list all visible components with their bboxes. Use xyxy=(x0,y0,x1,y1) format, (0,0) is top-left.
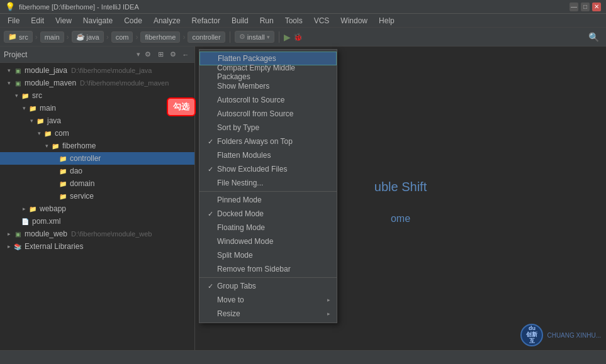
ctx-resize[interactable]: Resize ▸ xyxy=(199,307,337,321)
tree-arrow-main: ▾ xyxy=(20,105,28,111)
tree-item-pom[interactable]: 📄 pom.xml xyxy=(0,215,194,228)
content-text-1: uble Shift xyxy=(374,180,427,194)
menu-item-edit[interactable]: Edit xyxy=(26,15,49,26)
title-bar-controls: — □ ✕ xyxy=(570,3,601,11)
close-button[interactable]: ✕ xyxy=(592,3,601,11)
toolbar-separator-2 xyxy=(279,31,279,43)
ctx-split-mode[interactable]: Split Mode xyxy=(199,248,337,262)
panel-gear-icon[interactable]: ⚙ xyxy=(168,50,178,60)
toolbar-com[interactable]: com xyxy=(111,31,133,43)
menu-item-navigate[interactable]: Navigate xyxy=(78,15,118,26)
ctx-floating-mode[interactable]: Floating Mode xyxy=(199,221,337,234)
ctx-flatten-modules[interactable]: Flatten Modules xyxy=(199,148,337,162)
panel-settings-icon[interactable]: ⚙ xyxy=(143,50,153,60)
ctx-pinned-mode[interactable]: Pinned Mode xyxy=(199,193,337,207)
content-text-2: ome xyxy=(391,213,410,224)
tree-arrow-fiberhome: ▾ xyxy=(43,143,50,149)
tree-item-src[interactable]: ▾ 📁 src xyxy=(0,89,194,102)
ctx-show-members[interactable]: Show Members xyxy=(199,79,337,93)
run-button[interactable]: ▶ xyxy=(284,32,291,42)
ctx-flatten-packages-label: Flatten Packages xyxy=(218,54,276,63)
maximize-button[interactable]: □ xyxy=(581,3,590,11)
tree-item-module-java[interactable]: ▾ ▣ module_java D:\fiberhome\module_java xyxy=(0,64,194,77)
ctx-split-mode-label: Split Mode xyxy=(217,251,253,260)
dao-folder-icon: 📁 xyxy=(58,167,68,175)
ctx-autoscroll-to[interactable]: Autoscroll to Source xyxy=(199,93,337,107)
ctx-file-nesting[interactable]: File Nesting... xyxy=(199,176,337,190)
ctx-remove-sidebar[interactable]: Remove from Sidebar xyxy=(199,262,337,276)
service-folder-icon: 📁 xyxy=(58,192,68,201)
controller-folder-icon: 📁 xyxy=(58,154,68,163)
ctx-check-show-excluded: ✓ xyxy=(206,165,215,174)
tree-item-service[interactable]: 📁 service xyxy=(0,190,194,202)
tree-item-dao[interactable]: 📁 dao xyxy=(0,165,194,177)
toolbar-fiberhome[interactable]: fiberhome xyxy=(140,31,180,43)
toolbar-src[interactable]: 📁 src xyxy=(4,31,33,43)
project-panel-header: Project ▾ ⚙ ⊞ ⚙ ← xyxy=(0,47,194,63)
panel-layout-icon[interactable]: ⊞ xyxy=(155,50,166,60)
ctx-compact-empty[interactable]: Compact Empty Middle Packages xyxy=(199,65,337,79)
tree-arrow-java: ▾ xyxy=(28,118,35,124)
menu-bar: FileEditViewNavigateCodeAnalyzeRefactorB… xyxy=(0,14,606,28)
toolbar-java[interactable]: ☕ java xyxy=(72,31,104,43)
module-maven-label: module_maven xyxy=(25,79,76,87)
toolbar-search[interactable]: 🔍 xyxy=(585,31,602,43)
ctx-separator-2 xyxy=(199,277,337,278)
tree-item-domain[interactable]: 📁 domain xyxy=(0,177,194,190)
tree-item-com[interactable]: ▾ 📁 com xyxy=(0,127,194,140)
menu-item-tools[interactable]: Tools xyxy=(280,15,308,26)
panel-arrow-icon[interactable]: ← xyxy=(181,50,191,60)
tree-item-module-maven[interactable]: ▾ ▣ module_maven D:\fiberhome\module_mav… xyxy=(0,77,194,89)
toolbar-controller[interactable]: controller xyxy=(188,31,225,43)
menu-item-view[interactable]: View xyxy=(50,15,77,26)
src-folder-icon: 📁 xyxy=(20,91,30,100)
menu-item-build[interactable]: Build xyxy=(227,15,254,26)
tree-item-webapp[interactable]: ▸ 📁 webapp xyxy=(0,202,194,215)
menu-item-analyze[interactable]: Analyze xyxy=(149,15,186,26)
ctx-folders-always-top-label: Folders Always on Top xyxy=(217,137,293,146)
ctx-show-excluded[interactable]: ✓ Show Excluded Files xyxy=(199,162,337,176)
menu-item-code[interactable]: Code xyxy=(119,15,147,26)
menu-item-refactor[interactable]: Refactor xyxy=(187,15,225,26)
ctx-docked-mode[interactable]: ✓ Docked Mode xyxy=(199,207,337,221)
tree-item-fiberhome[interactable]: ▾ 📁 fiberhome xyxy=(0,140,194,152)
menu-item-run[interactable]: Run xyxy=(255,15,279,26)
menu-item-vcs[interactable]: VCS xyxy=(309,15,335,26)
tree-item-controller[interactable]: 📁 controller xyxy=(0,152,194,165)
src-folder-icon: 📁 xyxy=(8,33,17,41)
toolbar: 📁 src › main › ☕ java › com › fiberhome … xyxy=(0,28,606,47)
module-web-label: module_web xyxy=(25,229,67,238)
tree-arrow-src: ▾ xyxy=(13,92,20,99)
ctx-sort-by-type-label: Sort by Type xyxy=(217,123,259,132)
menu-item-help[interactable]: Help xyxy=(374,15,400,26)
tree-item-java[interactable]: ▾ 📁 java xyxy=(0,114,194,127)
ctx-check-group-tabs: ✓ xyxy=(206,282,215,290)
ctx-show-excluded-label: Show Excluded Files xyxy=(217,165,287,174)
ctx-windowed-mode[interactable]: Windowed Mode xyxy=(199,234,337,248)
src-label: src xyxy=(32,91,42,100)
ctx-move-to[interactable]: Move to ▸ xyxy=(199,293,337,307)
install-button[interactable]: ⚙ install ▾ xyxy=(235,31,274,43)
ctx-autoscroll-from[interactable]: Autoscroll from Source xyxy=(199,107,337,121)
ext-libs-icon: 📚 xyxy=(13,242,23,251)
title-bar-text: fiberhome [D:\fiberhome] - IntelliJ IDEA xyxy=(19,3,139,11)
project-dropdown-arrow[interactable]: ▾ xyxy=(137,50,140,58)
module-maven-icon: ▣ xyxy=(13,79,23,87)
fiberhome-label: fiberhome xyxy=(62,141,96,150)
tree-item-main[interactable]: ▾ 📁 main xyxy=(0,102,194,114)
module-java-icon: ▣ xyxy=(13,66,23,75)
menu-item-file[interactable]: File xyxy=(3,15,25,26)
menu-item-window[interactable]: Window xyxy=(335,15,373,26)
ctx-group-tabs[interactable]: ✓ Group Tabs xyxy=(199,279,337,293)
ctx-sort-by-type[interactable]: Sort by Type xyxy=(199,121,337,135)
tree-item-module-web[interactable]: ▸ ▣ module_web D:\fiberhome\module_web xyxy=(0,228,194,240)
module-web-path: D:\fiberhome\module_web xyxy=(71,230,152,238)
tree-arrow-module-web: ▸ xyxy=(5,231,13,237)
tree-item-ext-libs[interactable]: ▸ 📚 External Libraries xyxy=(0,240,194,253)
minimize-button[interactable]: — xyxy=(570,3,578,11)
toolbar-main[interactable]: main xyxy=(40,31,64,43)
debug-button[interactable]: 🐞 xyxy=(293,33,303,41)
ctx-folders-always-top[interactable]: ✓ Folders Always on Top xyxy=(199,135,337,148)
main-folder-icon: 📁 xyxy=(28,104,38,113)
java-folder-icon: 📁 xyxy=(35,116,45,125)
